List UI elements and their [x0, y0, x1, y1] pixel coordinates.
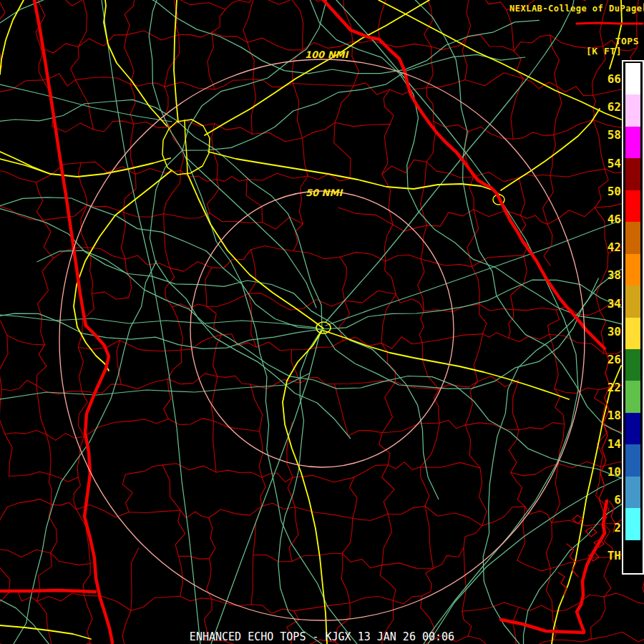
county-boundary — [384, 225, 393, 261]
county-boundary — [474, 334, 483, 382]
county-boundary — [334, 381, 395, 384]
county-boundary — [514, 35, 550, 51]
county-boundary — [215, 124, 253, 134]
county-boundary — [513, 380, 519, 430]
county-boundary — [465, 423, 519, 430]
county-boundary — [207, 293, 249, 306]
county-boundary — [303, 122, 336, 138]
county-boundary — [218, 376, 250, 384]
county-boundary — [250, 384, 263, 431]
county-boundary — [546, 522, 552, 568]
scale-label: 26 — [592, 354, 621, 366]
county-boundary — [434, 389, 440, 423]
county-boundary — [511, 79, 524, 140]
county-boundary — [465, 425, 480, 468]
county-boundary — [474, 210, 520, 217]
county-boundary — [424, 0, 433, 47]
scale-segment — [625, 508, 640, 540]
county-boundary — [37, 593, 84, 601]
county-boundary — [343, 0, 353, 42]
county-boundary — [519, 177, 525, 215]
county-boundary — [292, 0, 343, 1]
county-boundary — [174, 0, 225, 9]
road — [37, 250, 644, 484]
county-boundary — [554, 120, 593, 135]
county-boundary — [47, 434, 84, 441]
county-boundary — [0, 389, 5, 434]
county-boundary — [164, 213, 210, 218]
county-boundary — [214, 421, 260, 431]
marsh-inlet — [572, 515, 582, 524]
scale-segment — [625, 286, 640, 317]
range-ring-label-50nmi: 50 NMI — [306, 187, 342, 198]
scale-label: 46 — [592, 214, 621, 225]
county-boundary — [78, 163, 87, 205]
road — [0, 84, 172, 122]
county-boundary — [247, 173, 308, 180]
county-boundary — [87, 205, 124, 212]
scale-label: 22 — [592, 382, 621, 394]
product-name: TOPS — [615, 36, 639, 47]
scale-label: 34 — [592, 298, 621, 310]
county-boundary — [524, 79, 557, 89]
highway — [104, 0, 167, 126]
county-boundary — [41, 44, 78, 53]
county-boundary — [249, 250, 255, 293]
county-boundary — [165, 268, 175, 307]
county-boundary — [52, 123, 94, 132]
scale-label: 10 — [592, 467, 621, 478]
road — [0, 197, 322, 329]
county-boundary — [211, 376, 218, 421]
county-boundary — [340, 257, 346, 301]
county-boundary — [165, 82, 215, 89]
county-boundary — [164, 170, 181, 213]
scale-label: 66 — [592, 74, 621, 85]
county-boundary — [125, 259, 131, 298]
scale-segment — [625, 222, 640, 253]
county-boundary — [175, 510, 185, 556]
scale-label: 58 — [592, 130, 621, 141]
county-boundary — [550, 169, 605, 177]
county-boundary — [7, 499, 52, 507]
scale-label: TH — [592, 550, 621, 562]
county-boundary — [181, 335, 221, 350]
state-border-chattahoochee — [84, 326, 112, 643]
road — [0, 374, 309, 399]
county-boundary — [49, 474, 52, 504]
county-boundary — [87, 248, 125, 260]
county-boundary — [249, 293, 291, 311]
county-boundary — [350, 597, 393, 603]
county-boundary — [2, 380, 36, 390]
road — [0, 0, 539, 74]
county-boundary — [78, 348, 83, 391]
county-boundary — [216, 470, 262, 477]
county-boundary — [342, 518, 352, 553]
scale-label: 6 — [592, 494, 621, 506]
scale-segment — [625, 540, 640, 572]
county-boundary — [212, 599, 251, 606]
highway — [0, 0, 24, 74]
scale-segment — [625, 413, 640, 444]
county-boundary — [131, 548, 139, 610]
scale-label: 18 — [592, 410, 621, 421]
county-boundary — [0, 550, 51, 557]
scale-segment — [625, 63, 640, 94]
county-boundary — [253, 506, 262, 555]
scale-label: 50 — [592, 186, 621, 197]
county-boundary — [84, 595, 131, 610]
county-boundary — [49, 504, 57, 553]
road — [483, 278, 598, 644]
county-boundary — [259, 431, 263, 477]
marsh-channel — [558, 572, 567, 595]
scale-segment — [625, 190, 640, 222]
county-boundary — [519, 605, 552, 611]
county-boundary — [511, 472, 525, 507]
county-boundary — [464, 526, 482, 548]
county-boundary — [51, 553, 90, 565]
county-boundary — [205, 268, 212, 306]
county-boundary — [0, 299, 7, 335]
county-boundary — [0, 507, 7, 549]
county-boundary — [294, 603, 351, 611]
county-boundary — [543, 176, 554, 225]
county-boundary — [513, 132, 554, 140]
